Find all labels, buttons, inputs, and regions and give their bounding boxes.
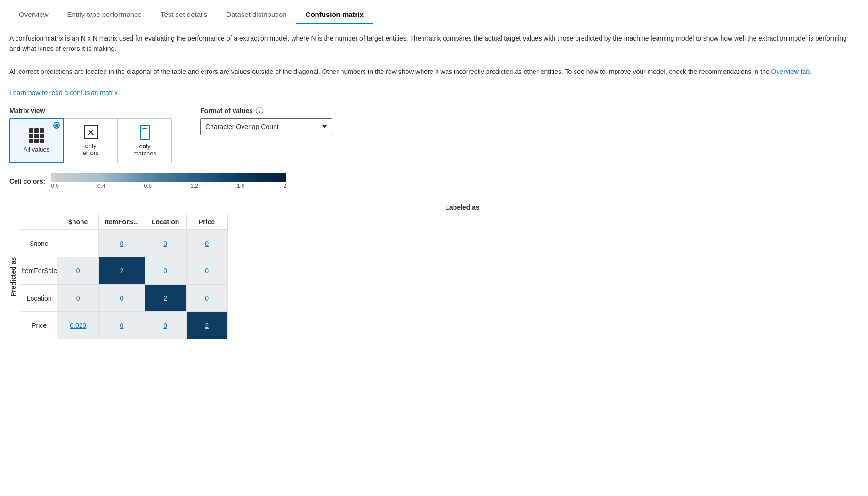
gradient-label-3: 1.2	[190, 183, 198, 189]
cell-link[interactable]: 0	[120, 294, 124, 302]
grid-cell	[29, 134, 33, 138]
col-header-itemfors: ItemForS...	[99, 214, 145, 230]
matrix-cell-0-0[interactable]: -	[57, 230, 99, 257]
nav-tabs: Overview Entity type performance Test se…	[9, 0, 859, 24]
matrix-view-options: All values onlyerrors onlymatches	[9, 118, 172, 163]
matrix-cell-2-0[interactable]: 0	[57, 285, 99, 312]
tab-dataset-distribution[interactable]: Dataset distribution	[217, 6, 296, 24]
format-section: Format of values i Character Overlap Cou…	[200, 107, 332, 135]
cell-link[interactable]: 2	[163, 294, 167, 302]
confusion-matrix-table: $none ItemForS... Location Price $none-0…	[21, 214, 228, 339]
grid-cell	[40, 134, 44, 138]
radio-dot-all	[53, 122, 60, 129]
labeled-as-header: Labeled as	[66, 203, 859, 211]
matrix-cell-0-3[interactable]: 0	[186, 230, 227, 257]
cell-link[interactable]: 0	[205, 294, 209, 302]
description-paragraph1: A confusion matrix is an N x N matrix us…	[9, 33, 859, 54]
cell-link[interactable]: 0.023	[70, 322, 86, 329]
cell-link[interactable]: 2	[205, 322, 209, 329]
gradient-label-0: 0.0	[51, 183, 59, 189]
only-errors-label: onlyerrors	[83, 142, 99, 156]
row-header-$none: $none	[21, 230, 57, 257]
cell-link[interactable]: 0	[163, 322, 167, 329]
gradient-label-5: 2	[284, 183, 287, 189]
matrix-cell-1-0[interactable]: 0	[57, 257, 99, 285]
controls-row: Matrix view All values	[9, 107, 859, 163]
col-header-location: Location	[145, 214, 186, 230]
gradient-label-2: 0.8	[144, 183, 152, 189]
cell-link[interactable]: 0	[205, 267, 209, 275]
table-row: Location0020	[21, 285, 228, 312]
grid-cell	[34, 128, 39, 132]
matrix-view-only-matches[interactable]: onlymatches	[118, 118, 172, 163]
chevron-down-icon	[322, 125, 327, 128]
color-gradient	[51, 173, 286, 182]
matrix-table-container: Predicted as $none ItemForS... Location …	[9, 214, 859, 339]
all-values-label: All values	[24, 146, 50, 153]
matrix-view-section: Matrix view All values	[9, 107, 172, 163]
col-header-price: Price	[186, 214, 227, 230]
corner-empty	[21, 214, 57, 230]
x-icon	[84, 125, 98, 139]
table-row: $none-000	[21, 230, 228, 257]
matrix-cell-3-1[interactable]: 0	[99, 312, 145, 339]
only-matches-label: onlymatches	[133, 143, 156, 157]
matrix-cell-1-3[interactable]: 0	[186, 257, 227, 285]
grid-icon	[29, 128, 44, 143]
tab-overview[interactable]: Overview	[9, 6, 58, 24]
learn-link[interactable]: Learn how to read a confusion matrix.	[9, 89, 120, 97]
table-row: ItemForSale0200	[21, 257, 228, 285]
cell-link[interactable]: 0	[120, 322, 124, 329]
predicted-as-label: Predicted as	[9, 229, 17, 324]
matrix-cell-2-3[interactable]: 0	[186, 285, 227, 312]
matrix-cell-2-1[interactable]: 0	[99, 285, 145, 312]
matrix-cell-3-3[interactable]: 2	[186, 312, 227, 339]
cell-link[interactable]: 0	[163, 240, 167, 247]
cell-dash: -	[77, 240, 79, 247]
grid-cell	[34, 139, 39, 143]
matches-icon	[140, 125, 150, 140]
matrix-view-all-values[interactable]: All values	[9, 118, 64, 163]
format-dropdown-text: Character Overlap Count	[205, 123, 279, 130]
cell-link[interactable]: 0	[76, 267, 80, 275]
cell-link[interactable]: 0	[76, 294, 80, 302]
format-label: Format of values i	[200, 107, 332, 114]
matrix-cell-3-0[interactable]: 0.023	[57, 312, 99, 339]
color-gradient-container: 0.0 0.4 0.8 1.2 1.6 2	[51, 173, 286, 189]
cell-link[interactable]: 2	[120, 267, 124, 275]
matrix-cell-1-2[interactable]: 0	[145, 257, 186, 285]
tab-test-set-details[interactable]: Test set details	[151, 6, 217, 24]
col-header-none: $none	[57, 214, 99, 230]
cell-link[interactable]: 0	[163, 267, 167, 275]
row-header-itemforsale: ItemForSale	[21, 257, 57, 285]
gradient-labels: 0.0 0.4 0.8 1.2 1.6 2	[51, 183, 286, 189]
overview-tab-link[interactable]: Overview tab.	[771, 68, 812, 75]
cell-link[interactable]: 0	[120, 240, 124, 247]
format-dropdown[interactable]: Character Overlap Count	[200, 118, 332, 135]
description-paragraph2: All correct predictions are located in t…	[9, 66, 859, 77]
matrix-cell-0-1[interactable]: 0	[99, 230, 145, 257]
matrix-cell-1-1[interactable]: 2	[99, 257, 145, 285]
matrix-view-label: Matrix view	[9, 107, 172, 114]
matrix-cell-2-2[interactable]: 2	[145, 285, 186, 312]
cell-colors-row: Cell colors: 0.0 0.4 0.8 1.2 1.6 2	[9, 173, 859, 189]
gradient-label-1: 0.4	[97, 183, 105, 189]
matrix-view-only-errors[interactable]: onlyerrors	[64, 118, 118, 163]
grid-cell	[34, 134, 39, 138]
matrix-cell-3-2[interactable]: 0	[145, 312, 186, 339]
radio-dot-inner	[55, 124, 58, 127]
grid-cell	[40, 128, 44, 132]
info-icon[interactable]: i	[256, 107, 263, 114]
cell-link[interactable]: 0	[205, 240, 209, 247]
tab-confusion-matrix[interactable]: Confusion matrix	[296, 6, 373, 24]
cell-colors-label: Cell colors:	[9, 178, 45, 185]
row-header-price: Price	[21, 312, 57, 339]
row-header-location: Location	[21, 285, 57, 312]
grid-cell	[29, 139, 33, 143]
matrix-section: Labeled as Predicted as $none ItemForS..…	[9, 203, 859, 339]
grid-cell	[40, 139, 44, 143]
matrix-cell-0-2[interactable]: 0	[145, 230, 186, 257]
table-row: Price0.023002	[21, 312, 228, 339]
gradient-label-4: 1.6	[237, 183, 245, 189]
tab-entity-type-performance[interactable]: Entity type performance	[58, 6, 151, 24]
